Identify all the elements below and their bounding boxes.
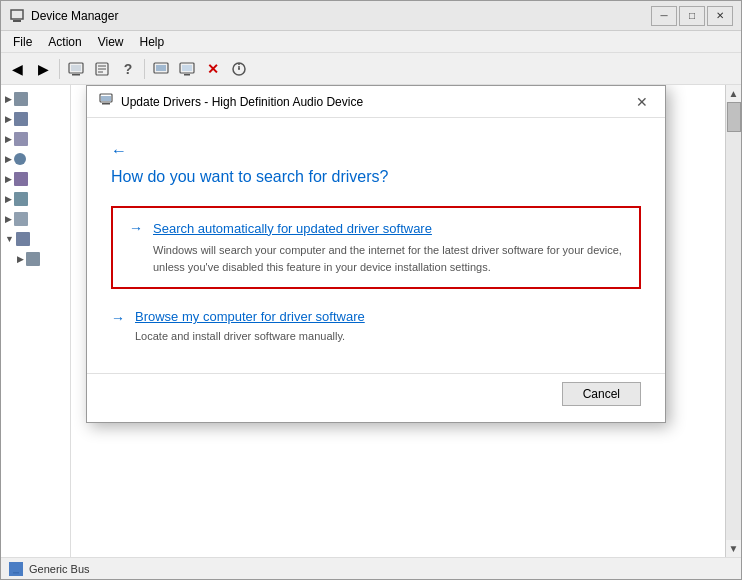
- cancel-button[interactable]: Cancel: [562, 382, 641, 406]
- menu-help[interactable]: Help: [132, 33, 173, 51]
- dialog-title-icon: [99, 93, 113, 110]
- device-manager-button[interactable]: [64, 57, 88, 81]
- tree-icon-1: [14, 92, 28, 106]
- dialog-question: How do you want to search for drivers?: [111, 168, 641, 186]
- title-bar: Device Manager ─ □ ✕: [1, 1, 741, 31]
- uninstall-button[interactable]: ✕: [201, 57, 225, 81]
- svg-rect-13: [182, 65, 192, 71]
- svg-rect-19: [102, 103, 110, 105]
- tree-item-3[interactable]: ▶: [1, 129, 70, 149]
- main-window: Device Manager ─ □ ✕ File Action View He…: [0, 0, 742, 580]
- tree-icon-7: [14, 212, 28, 226]
- search-auto-link: → Search automatically for updated drive…: [129, 220, 623, 236]
- menu-action[interactable]: Action: [40, 33, 89, 51]
- browse-manually-title: Browse my computer for driver software: [135, 309, 365, 324]
- dialog-title: Update Drivers - High Definition Audio D…: [121, 95, 631, 109]
- search-automatically-option[interactable]: → Search automatically for updated drive…: [111, 206, 641, 289]
- help-button[interactable]: ?: [116, 57, 140, 81]
- tree-icon-2: [14, 112, 28, 126]
- dialog-body: ← How do you want to search for drivers?…: [87, 118, 665, 365]
- tree-icon-9: [26, 252, 40, 266]
- update-driver-button[interactable]: [149, 57, 173, 81]
- tree-arrow-3: ▶: [5, 134, 12, 144]
- status-icon: [9, 562, 23, 576]
- forward-button[interactable]: ▶: [31, 57, 55, 81]
- tree-item-5[interactable]: ▶: [1, 169, 70, 189]
- menu-view[interactable]: View: [90, 33, 132, 51]
- option2-arrow: →: [111, 310, 125, 326]
- device-tree-panel: ▶ ▶ ▶ ▶ ▶ ▶ ▶: [1, 85, 71, 557]
- properties-button[interactable]: [90, 57, 114, 81]
- tree-item-4[interactable]: ▶: [1, 149, 70, 169]
- minimize-button[interactable]: ─: [651, 6, 677, 26]
- menu-bar: File Action View Help: [1, 31, 741, 53]
- scroll-thumb[interactable]: [727, 102, 741, 132]
- toolbar-sep-2: [144, 59, 145, 79]
- svg-rect-4: [71, 65, 81, 71]
- tree-item-7[interactable]: ▶: [1, 209, 70, 229]
- tree-icon-6: [14, 192, 28, 206]
- tree-icon-4: [14, 153, 26, 165]
- scroll-track[interactable]: [726, 102, 741, 540]
- dialog-title-bar: Update Drivers - High Definition Audio D…: [87, 86, 665, 118]
- update-drivers-dialog: Update Drivers - High Definition Audio D…: [86, 85, 666, 423]
- option1-arrow: →: [129, 220, 143, 236]
- close-button[interactable]: ✕: [707, 6, 733, 26]
- browse-manually-content: Browse my computer for driver software L…: [135, 309, 365, 345]
- tree-arrow-5: ▶: [5, 174, 12, 184]
- svg-rect-12: [184, 74, 190, 76]
- dialog-overlay: Update Drivers - High Definition Audio D…: [71, 85, 725, 557]
- tree-arrow-7: ▶: [5, 214, 12, 224]
- svg-rect-10: [156, 65, 166, 71]
- tree-arrow-1: ▶: [5, 94, 12, 104]
- status-bar: Generic Bus: [1, 557, 741, 579]
- menu-file[interactable]: File: [5, 33, 40, 51]
- svg-rect-0: [11, 10, 23, 19]
- search-auto-desc: Windows will search your computer and th…: [153, 242, 623, 275]
- window-controls: ─ □ ✕: [651, 6, 733, 26]
- window-title: Device Manager: [31, 9, 651, 23]
- tree-arrow-2: ▶: [5, 114, 12, 124]
- tree-item-6[interactable]: ▶: [1, 189, 70, 209]
- toolbar: ◀ ▶ ?: [1, 53, 741, 85]
- maximize-button[interactable]: □: [679, 6, 705, 26]
- monitor-button[interactable]: [175, 57, 199, 81]
- svg-rect-22: [13, 572, 19, 574]
- svg-rect-3: [72, 74, 80, 76]
- scrollbar: ▲ ▼: [725, 85, 741, 557]
- svg-rect-1: [13, 20, 21, 22]
- scroll-down-arrow[interactable]: ▼: [726, 540, 742, 557]
- tree-icon-8: [16, 232, 30, 246]
- back-button[interactable]: ◀: [5, 57, 29, 81]
- tree-item-2[interactable]: ▶: [1, 109, 70, 129]
- tree-icon-3: [14, 132, 28, 146]
- search-auto-title: Search automatically for updated driver …: [153, 221, 432, 236]
- status-text: Generic Bus: [29, 563, 90, 575]
- tree-arrow-9: ▶: [17, 254, 24, 264]
- right-panel: Update Drivers - High Definition Audio D…: [71, 85, 741, 557]
- tree-item-8[interactable]: ▼: [1, 229, 70, 249]
- scan-button[interactable]: [227, 57, 251, 81]
- svg-rect-20: [101, 96, 111, 101]
- tree-item-1[interactable]: ▶: [1, 89, 70, 109]
- svg-point-16: [238, 68, 240, 70]
- dialog-back-button[interactable]: ←: [111, 142, 641, 160]
- window-icon: [9, 8, 25, 24]
- svg-rect-21: [10, 564, 22, 572]
- tree-arrow-8: ▼: [5, 234, 14, 244]
- dialog-close-button[interactable]: ✕: [631, 91, 653, 113]
- tree-icon-5: [14, 172, 28, 186]
- scroll-up-arrow[interactable]: ▲: [726, 85, 742, 102]
- browse-manually-desc: Locate and install driver software manua…: [135, 328, 365, 345]
- tree-item-9[interactable]: ▶: [1, 249, 70, 269]
- toolbar-sep-1: [59, 59, 60, 79]
- browse-manually-option[interactable]: → Browse my computer for driver software…: [111, 305, 641, 349]
- tree-arrow-6: ▶: [5, 194, 12, 204]
- content-area: ▶ ▶ ▶ ▶ ▶ ▶ ▶: [1, 85, 741, 557]
- tree-arrow-4: ▶: [5, 154, 12, 164]
- dialog-footer: Cancel: [87, 373, 665, 422]
